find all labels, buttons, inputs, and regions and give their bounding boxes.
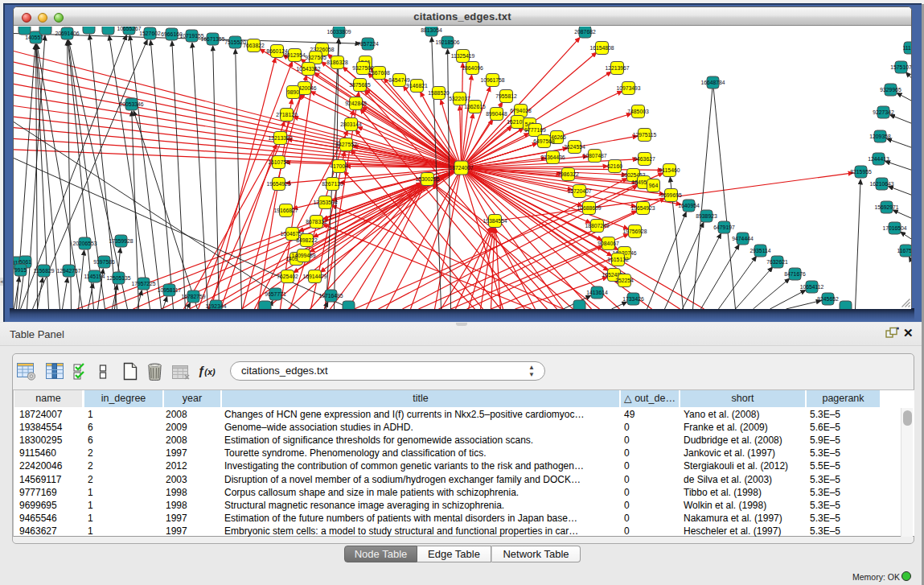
svg-text:9463627: 9463627 [634, 156, 655, 162]
svg-text:19654925: 19654925 [266, 181, 290, 187]
svg-text:10961758: 10961758 [480, 77, 504, 83]
svg-text:2935114: 2935114 [750, 248, 771, 253]
svg-text:15692971: 15692971 [874, 204, 898, 210]
svg-text:7663822: 7663822 [243, 43, 265, 48]
svg-text:11171: 11171 [903, 45, 911, 51]
svg-text:20691406: 20691406 [55, 31, 79, 36]
svg-text:7986322: 7986322 [557, 171, 579, 177]
svg-text:2367608: 2367608 [368, 70, 390, 76]
svg-text:10655267: 10655267 [117, 27, 141, 31]
svg-text:8813054: 8813054 [421, 27, 442, 33]
svg-text:62160: 62160 [607, 163, 622, 169]
svg-text:9699695: 9699695 [660, 192, 682, 198]
svg-text:6497568: 6497568 [533, 138, 555, 144]
svg-text:1588520: 1588520 [428, 90, 450, 96]
svg-text:1733426: 1733426 [622, 296, 644, 302]
svg-text:18300295: 18300295 [415, 176, 439, 182]
svg-text:8267130: 8267130 [322, 181, 343, 187]
svg-text:14099489: 14099489 [291, 253, 315, 258]
svg-text:16914479: 16914479 [302, 274, 326, 279]
svg-text:1145194: 1145194 [84, 274, 105, 279]
svg-text:16648784: 16648784 [700, 80, 725, 85]
svg-text:9115460: 9115460 [659, 167, 680, 173]
svg-text:1527602: 1527602 [139, 31, 161, 36]
svg-text:17016504: 17016504 [882, 225, 906, 231]
svg-text:1640954: 1640954 [678, 203, 700, 208]
svg-text:10688609: 10688609 [577, 205, 601, 211]
svg-text:8912954: 8912954 [284, 52, 306, 58]
svg-text:1864096: 1864096 [462, 65, 483, 71]
svg-text:1156829: 1156829 [34, 268, 55, 274]
svg-text:6794028: 6794028 [510, 108, 532, 113]
svg-text:8471676: 8471676 [784, 271, 806, 277]
svg-text:16033809: 16033809 [326, 29, 351, 35]
svg-text:116753: 116753 [897, 248, 911, 253]
svg-text:12213967: 12213967 [605, 65, 629, 71]
svg-text:8427552: 8427552 [335, 142, 357, 147]
svg-text:1405571: 1405571 [25, 35, 47, 40]
svg-text:19654923: 19654923 [630, 205, 655, 211]
svg-text:19384554: 19384554 [483, 218, 507, 224]
svg-text:7485003: 7485003 [627, 109, 649, 114]
svg-text:1362615: 1362615 [464, 104, 486, 109]
svg-text:8215955: 8215955 [850, 169, 872, 175]
svg-text:8938923: 8938923 [696, 213, 717, 219]
svg-text:9327505: 9327505 [305, 55, 326, 60]
svg-text:417004: 417004 [330, 163, 348, 169]
svg-text:9397586: 9397586 [93, 259, 115, 265]
svg-text:1575107: 1575107 [890, 64, 911, 70]
svg-text:17359928: 17359928 [109, 238, 133, 244]
svg-text:8498222: 8498222 [296, 237, 318, 243]
svg-text:17957225: 17957225 [131, 281, 155, 286]
svg-text:2718120: 2718120 [276, 112, 298, 117]
svg-text:8454749: 8454749 [388, 77, 410, 83]
svg-text:10807487: 10807487 [582, 153, 606, 159]
svg-text:7625402: 7625402 [277, 274, 298, 279]
svg-text:11325419: 11325419 [451, 53, 475, 59]
svg-text:12353594: 12353594 [313, 200, 337, 205]
svg-text:5322037: 5322037 [449, 96, 470, 101]
svg-text:9146821: 9146821 [406, 83, 428, 89]
svg-text:9474444: 9474444 [732, 236, 754, 241]
svg-text:9245652: 9245652 [817, 296, 839, 302]
svg-text:1209358: 1209358 [869, 134, 891, 139]
svg-text:16210643: 16210643 [869, 181, 893, 187]
svg-text:2803144: 2803144 [340, 122, 362, 127]
svg-text:1615132: 1615132 [607, 257, 629, 262]
svg-text:12213382: 12213382 [268, 135, 292, 141]
svg-text:10543362: 10543362 [296, 66, 320, 72]
svg-text:9915: 9915 [14, 267, 27, 273]
svg-text:3875685: 3875685 [349, 82, 371, 88]
svg-text:9777169: 9777169 [524, 127, 546, 133]
svg-text:16671355: 16671355 [200, 36, 224, 42]
svg-text:19716485: 19716485 [318, 293, 343, 299]
svg-text:7955812: 7955812 [495, 93, 517, 99]
svg-text:18724007: 18724007 [449, 165, 473, 171]
svg-text:20206553: 20206553 [72, 241, 97, 246]
svg-text:1610756: 1610756 [268, 159, 290, 165]
svg-text:9242848: 9242848 [345, 101, 367, 106]
svg-text:2087682: 2087682 [574, 29, 596, 35]
svg-text:252254: 252254 [615, 278, 634, 283]
svg-text:9227342: 9227342 [873, 109, 894, 115]
svg-text:15720407: 15720407 [567, 188, 591, 194]
svg-text:16154808: 16154808 [589, 45, 614, 51]
svg-text:20053346: 20053346 [119, 101, 143, 107]
svg-text:7632621: 7632621 [766, 259, 788, 265]
svg-text:3624554: 3624554 [564, 144, 585, 150]
svg-text:8990448: 8990448 [486, 111, 507, 117]
svg-text:1192344: 1192344 [206, 303, 227, 309]
svg-text:6479197: 6479197 [713, 225, 735, 230]
svg-text:9084067: 9084067 [598, 241, 619, 246]
svg-text:16782759: 16782759 [181, 294, 205, 299]
svg-text:21364436: 21364436 [540, 154, 565, 160]
svg-text:8186328: 8186328 [326, 60, 348, 65]
svg-text:1244413: 1244413 [868, 156, 889, 162]
svg-text:12505135: 12505135 [106, 275, 130, 281]
svg-text:10958117: 10958117 [158, 287, 182, 293]
svg-text:12975115: 12975115 [633, 132, 657, 138]
svg-text:19166827: 19166827 [273, 208, 298, 213]
svg-text:9329965: 9329965 [880, 87, 901, 93]
svg-text:19218506: 19218506 [435, 39, 459, 45]
svg-text:964: 964 [649, 183, 659, 188]
